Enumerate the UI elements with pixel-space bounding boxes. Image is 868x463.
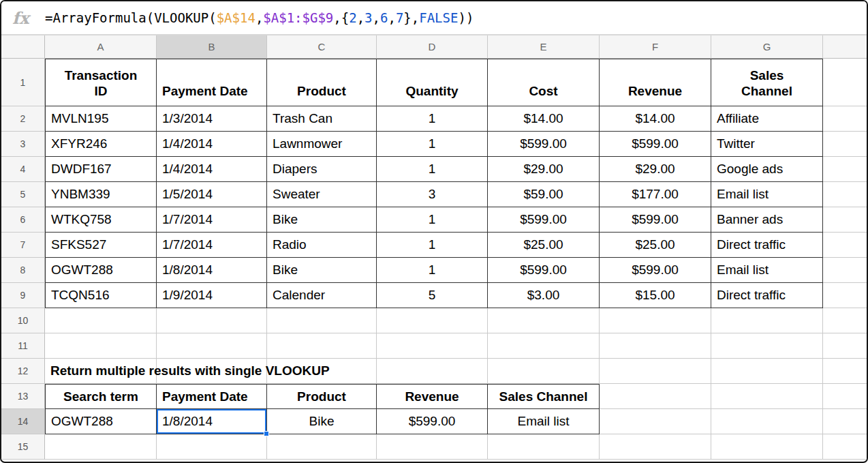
row-header-11[interactable]: 11	[1, 333, 45, 359]
cell-D13[interactable]: Revenue	[377, 384, 488, 409]
cell-E13[interactable]: Sales Channel	[488, 384, 600, 409]
cell-F7[interactable]: $25.00	[600, 233, 711, 258]
cell-F2[interactable]: $14.00	[600, 106, 711, 132]
cell-C15[interactable]	[267, 434, 377, 460]
cell-B15[interactable]	[157, 434, 267, 460]
cell-H15[interactable]	[823, 434, 867, 460]
column-header-B[interactable]: B	[157, 35, 267, 59]
row-header-5[interactable]: 5	[1, 182, 45, 207]
formula-input[interactable]: =ArrayFormula(VLOOKUP($A$14,$A$1:$G$9,{2…	[45, 10, 474, 25]
cell-E9[interactable]: $3.00	[488, 283, 600, 308]
cell-C5[interactable]: Sweater	[267, 182, 377, 207]
cell-D6[interactable]: 1	[377, 207, 488, 233]
cell-B6[interactable]: 1/7/2014	[157, 207, 267, 233]
row-header-10[interactable]: 10	[1, 308, 45, 333]
cell-G4[interactable]: Google ads	[711, 157, 823, 182]
cell-B14[interactable]: 1/8/2014	[157, 409, 267, 434]
cell-G7[interactable]: Direct traffic	[711, 233, 823, 258]
cell-D9[interactable]: 5	[377, 283, 488, 308]
cell-H12[interactable]	[823, 359, 867, 384]
cell-A8[interactable]: OGWT288	[45, 258, 157, 283]
cell-A14[interactable]: OGWT288	[45, 409, 157, 434]
cell-C2[interactable]: Trash Can	[267, 106, 377, 132]
cell-E5[interactable]: $59.00	[488, 182, 600, 207]
row-header-14[interactable]: 14	[1, 409, 45, 434]
row-header-8[interactable]: 8	[1, 258, 45, 283]
cell-E15[interactable]	[488, 434, 600, 460]
row-header-13[interactable]: 13	[1, 384, 45, 409]
cell-A9[interactable]: TCQN516	[45, 283, 157, 308]
cell-C7[interactable]: Radio	[267, 233, 377, 258]
cell-H7[interactable]	[823, 233, 867, 258]
cell-F6[interactable]: $599.00	[600, 207, 711, 233]
cell-B11[interactable]	[157, 333, 267, 359]
cell-G8[interactable]: Email list	[711, 258, 823, 283]
cell-D5[interactable]: 3	[377, 182, 488, 207]
row-header-6[interactable]: 6	[1, 207, 45, 233]
cell-B2[interactable]: 1/3/2014	[157, 106, 267, 132]
cell-H4[interactable]	[823, 157, 867, 182]
cell-G11[interactable]	[711, 333, 823, 359]
row-header-9[interactable]: 9	[1, 283, 45, 308]
cell-D14[interactable]: $599.00	[377, 409, 488, 434]
cell-E3[interactable]: $599.00	[488, 132, 600, 157]
cell-G13[interactable]	[711, 384, 823, 409]
cell-H2[interactable]	[823, 106, 867, 132]
cell-C9[interactable]: Calender	[267, 283, 377, 308]
row-header-2[interactable]: 2	[1, 106, 45, 132]
column-header-blank[interactable]	[823, 35, 867, 59]
cell-E6[interactable]: $599.00	[488, 207, 600, 233]
cell-C6[interactable]: Bike	[267, 207, 377, 233]
cell-D10[interactable]	[377, 308, 488, 333]
cell-A4[interactable]: DWDF167	[45, 157, 157, 182]
cell-C1[interactable]: Product	[267, 59, 377, 106]
cell-E12[interactable]	[488, 359, 600, 384]
cell-D1[interactable]: Quantity	[377, 59, 488, 106]
row-header-7[interactable]: 7	[1, 233, 45, 258]
cell-B8[interactable]: 1/8/2014	[157, 258, 267, 283]
cell-G2[interactable]: Affiliate	[711, 106, 823, 132]
cell-A15[interactable]	[45, 434, 157, 460]
row-header-4[interactable]: 4	[1, 157, 45, 182]
cell-B10[interactable]	[157, 308, 267, 333]
cell-D7[interactable]: 1	[377, 233, 488, 258]
cell-G6[interactable]: Banner ads	[711, 207, 823, 233]
cell-F3[interactable]: $599.00	[600, 132, 711, 157]
cell-F13[interactable]	[600, 384, 711, 409]
cell-E4[interactable]: $29.00	[488, 157, 600, 182]
cell-E2[interactable]: $14.00	[488, 106, 600, 132]
cell-E14[interactable]: Email list	[488, 409, 600, 434]
row-header-15[interactable]: 15	[1, 434, 45, 460]
cell-C4[interactable]: Diapers	[267, 157, 377, 182]
cell-F4[interactable]: $29.00	[600, 157, 711, 182]
cell-H9[interactable]	[823, 283, 867, 308]
cell-B1[interactable]: Payment Date	[157, 59, 267, 106]
cell-A6[interactable]: WTKQ758	[45, 207, 157, 233]
cell-B3[interactable]: 1/4/2014	[157, 132, 267, 157]
cell-B4[interactable]: 1/4/2014	[157, 157, 267, 182]
cell-C14[interactable]: Bike	[267, 409, 377, 434]
column-header-E[interactable]: E	[488, 35, 600, 59]
cell-F8[interactable]: $599.00	[600, 258, 711, 283]
cell-A10[interactable]	[45, 308, 157, 333]
cell-H10[interactable]	[823, 308, 867, 333]
cell-H13[interactable]	[823, 384, 867, 409]
cell-G1[interactable]: Sales Channel	[711, 59, 823, 106]
cell-A7[interactable]: SFKS527	[45, 233, 157, 258]
row-header-12[interactable]: 12	[1, 359, 45, 384]
row-header-3[interactable]: 3	[1, 132, 45, 157]
cell-E7[interactable]: $25.00	[488, 233, 600, 258]
cell-F5[interactable]: $177.00	[600, 182, 711, 207]
cell-E1[interactable]: Cost	[488, 59, 600, 106]
cell-G5[interactable]: Email list	[711, 182, 823, 207]
column-header-F[interactable]: F	[600, 35, 711, 59]
cell-H6[interactable]	[823, 207, 867, 233]
cell-A11[interactable]	[45, 333, 157, 359]
cell-H11[interactable]	[823, 333, 867, 359]
cell-F9[interactable]: $15.00	[600, 283, 711, 308]
cell-B9[interactable]: 1/9/2014	[157, 283, 267, 308]
cell-D4[interactable]: 1	[377, 157, 488, 182]
cell-B5[interactable]: 1/5/2014	[157, 182, 267, 207]
cell-A2[interactable]: MVLN195	[45, 106, 157, 132]
cell-A12[interactable]: Return multiple results with single VLOO…	[45, 359, 157, 384]
